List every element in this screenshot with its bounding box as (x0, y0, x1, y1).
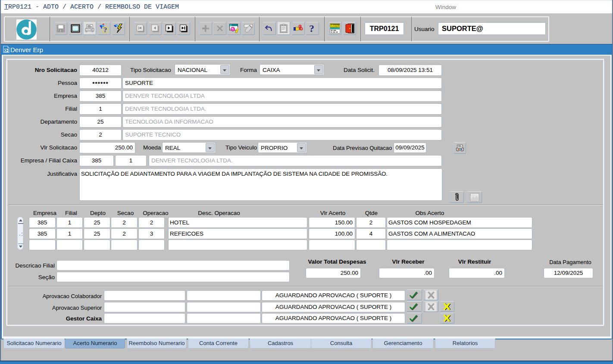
svg-text:?: ? (309, 23, 314, 34)
svg-text:?: ? (103, 26, 107, 34)
svg-text:Menu: Menu (330, 24, 340, 28)
